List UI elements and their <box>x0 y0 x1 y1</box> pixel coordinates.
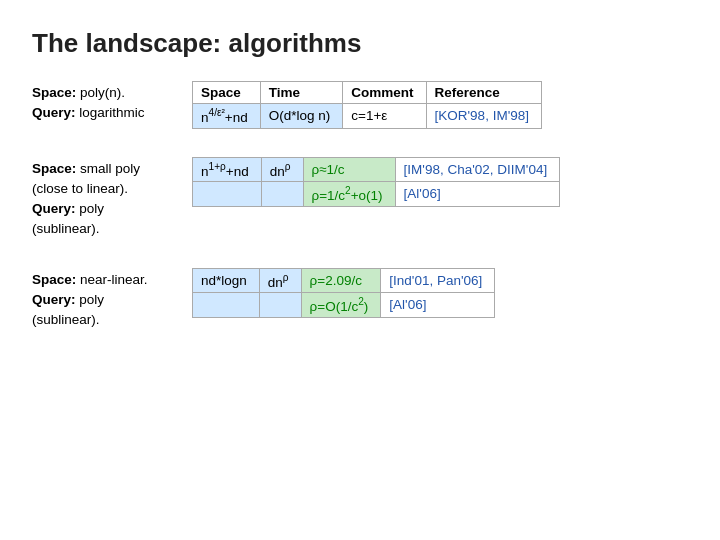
table-2-row1-time: dnρ <box>261 157 303 182</box>
section-3-label-rest: near-linear. <box>76 272 147 287</box>
section-3-label-bold: Space: <box>32 272 76 287</box>
section-2-label-rest: small poly <box>76 161 140 176</box>
section-1-label: Space: poly(n). Query: logarithmic <box>32 81 192 124</box>
table-2-row2-comment: ρ=1/c2+o(1) <box>303 182 395 207</box>
section-2-label3-bold: Query: <box>32 201 76 216</box>
section-3-label2-bold: Query: <box>32 292 76 307</box>
table-2-row1-comment: ρ≈1/c <box>303 157 395 182</box>
table-row: nd*logn dnρ ρ=2.09/c [Ind'01, Pan'06] <box>193 268 495 293</box>
section-2: Space: small poly (close to linear). Que… <box>32 157 688 240</box>
section-1: Space: poly(n). Query: logarithmic Space… <box>32 81 688 129</box>
section-3-label3: (sublinear). <box>32 312 100 327</box>
table-3-row2-comment: ρ=O(1/c2) <box>301 293 381 318</box>
section-2-label-bold: Space: <box>32 161 76 176</box>
table-row: ρ=O(1/c2) [Al'06] <box>193 293 495 318</box>
table-3-row1-reference: [Ind'01, Pan'06] <box>381 268 495 293</box>
section-2-label2: (close to linear). <box>32 181 128 196</box>
section-3: Space: near-linear. Query: poly (subline… <box>32 268 688 331</box>
page-title: The landscape: algorithms <box>32 28 688 59</box>
section-2-label4: (sublinear). <box>32 221 100 236</box>
section-2-label3-rest: poly <box>76 201 105 216</box>
col-header-time: Time <box>260 82 343 104</box>
section-1-label2-bold: Query: <box>32 105 76 120</box>
section-3-label2-rest: poly <box>76 292 105 307</box>
table-3-row2-reference: [Al'06] <box>381 293 495 318</box>
section-1-label-bold: Space: <box>32 85 76 100</box>
table-3-row2-space <box>193 293 260 318</box>
table-2-row1-space: n1+ρ+nd <box>193 157 262 182</box>
section-2-label: Space: small poly (close to linear). Que… <box>32 157 192 240</box>
section-3-label: Space: near-linear. Query: poly (subline… <box>32 268 192 331</box>
table-2-row1-reference: [IM'98, Cha'02, DIIM'04] <box>395 157 560 182</box>
table-2-row2-space <box>193 182 262 207</box>
table-3: nd*logn dnρ ρ=2.09/c [Ind'01, Pan'06] ρ=… <box>192 268 495 318</box>
table-row: ρ=1/c2+o(1) [Al'06] <box>193 182 560 207</box>
col-header-space: Space <box>193 82 261 104</box>
table-3-row1-comment: ρ=2.09/c <box>301 268 381 293</box>
table-2-row2-reference: [Al'06] <box>395 182 560 207</box>
table-3-row1-space: nd*logn <box>193 268 260 293</box>
table-1: Space Time Comment Reference n4/ε²+nd O(… <box>192 81 542 129</box>
table-1-time: O(d*log n) <box>260 104 343 129</box>
table-3-row1-time: dnρ <box>259 268 301 293</box>
col-header-comment: Comment <box>343 82 426 104</box>
section-1-label2-rest: logarithmic <box>76 105 145 120</box>
table-row: n4/ε²+nd O(d*log n) c=1+ε [KOR'98, IM'98… <box>193 104 542 129</box>
col-header-reference: Reference <box>426 82 541 104</box>
table-1-comment: c=1+ε <box>343 104 426 129</box>
table-1-reference: [KOR'98, IM'98] <box>426 104 541 129</box>
section-1-label-rest: poly(n). <box>76 85 125 100</box>
table-1-space: n4/ε²+nd <box>193 104 261 129</box>
table-2: n1+ρ+nd dnρ ρ≈1/c [IM'98, Cha'02, DIIM'0… <box>192 157 560 207</box>
table-2-row2-time <box>261 182 303 207</box>
table-3-row2-time <box>259 293 301 318</box>
table-row: n1+ρ+nd dnρ ρ≈1/c [IM'98, Cha'02, DIIM'0… <box>193 157 560 182</box>
